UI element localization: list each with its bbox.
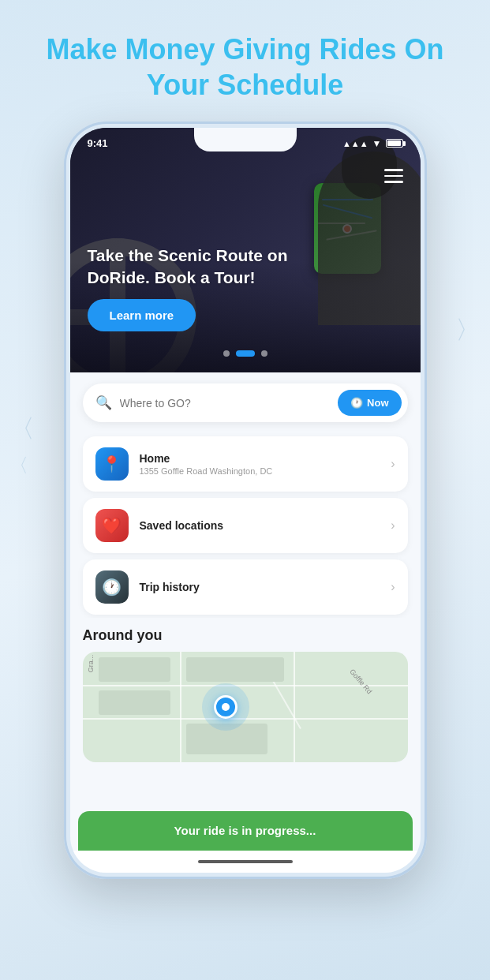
map-block-2: [99, 690, 170, 715]
around-section: Around you Gra... Goffle Rd: [70, 618, 421, 811]
hamburger-line-3: [384, 181, 403, 183]
location-indicator: [214, 695, 238, 719]
hamburger-menu[interactable]: [381, 166, 406, 186]
search-input[interactable]: [120, 397, 331, 410]
page-header: Make Money Giving Rides On Your Schedule: [6, 32, 483, 103]
learn-more-button[interactable]: Learn more: [88, 299, 196, 331]
map-block-3: [186, 657, 284, 682]
saved-icon-bg: ❤️: [95, 509, 129, 542]
battery-icon: [386, 139, 403, 148]
home-chevron-icon: ›: [391, 457, 395, 471]
saved-item-title: Saved locations: [140, 519, 380, 532]
history-icon-bg: 🕐: [95, 570, 129, 604]
home-location-icon: 📍: [102, 454, 122, 473]
hero-title: Take the Scenic Route on DoRide. Book a …: [88, 245, 326, 288]
map-block-1: [99, 657, 170, 682]
side-deco-left: 〈 〈: [9, 412, 35, 478]
home-list-item[interactable]: 📍 Home 1355 Goffle Road Washington, DC ›: [83, 436, 408, 492]
list-section: 📍 Home 1355 Goffle Road Washington, DC ›…: [70, 433, 421, 618]
home-indicator: [70, 851, 421, 873]
search-icon: 🔍: [95, 395, 112, 411]
search-section: 🔍 🕐 Now: [70, 372, 421, 433]
trip-history-list-item[interactable]: 🕐 Trip history ›: [83, 559, 408, 615]
home-bar: [198, 860, 293, 863]
dot-2-active[interactable]: [236, 350, 255, 357]
home-item-text: Home 1355 Goffle Road Washington, DC: [140, 452, 380, 476]
map-container[interactable]: Gra... Goffle Rd: [83, 652, 408, 762]
home-item-subtitle: 1355 Goffle Road Washington, DC: [140, 466, 380, 476]
home-item-title: Home: [140, 452, 380, 465]
hamburger-line-2: [384, 175, 403, 178]
dot-3[interactable]: [261, 350, 267, 357]
ride-progress-text: Your ride is in progress...: [174, 824, 316, 837]
map-road-v2: [294, 652, 295, 762]
signal-icon: ▲▲▲: [342, 139, 368, 148]
heart-icon: ❤️: [102, 516, 122, 535]
status-time: 9:41: [88, 137, 108, 149]
wifi-icon: ▼: [372, 138, 382, 149]
history-clock-icon: 🕐: [102, 578, 122, 597]
page-title: Make Money Giving Rides On Your Schedule: [46, 32, 443, 103]
map-label-1: Gra...: [87, 655, 95, 673]
hero-banner: Take the Scenic Route on DoRide. Book a …: [70, 128, 421, 372]
around-title: Around you: [83, 627, 408, 644]
map-label-2: Goffle Rd: [348, 668, 373, 695]
saved-item-text: Saved locations: [140, 519, 380, 532]
ride-progress-bar[interactable]: Your ride is in progress...: [78, 811, 413, 851]
search-bar: 🔍 🕐 Now: [83, 383, 408, 422]
home-icon-bg: 📍: [95, 447, 129, 481]
history-chevron-icon: ›: [391, 580, 395, 594]
phone-screen: 9:41 ▲▲▲ ▼: [70, 128, 421, 873]
history-item-title: Trip history: [140, 581, 380, 593]
side-deco-right: 〉: [455, 313, 481, 348]
carousel-dots: [223, 350, 267, 357]
hamburger-line-1: [384, 169, 403, 171]
phone-frame: 9:41 ▲▲▲ ▼: [64, 122, 427, 879]
now-button[interactable]: 🕐 Now: [338, 390, 401, 416]
dot-1[interactable]: [223, 350, 230, 357]
hero-content: Take the Scenic Route on DoRide. Book a …: [88, 245, 326, 331]
clock-icon: 🕐: [350, 397, 363, 409]
map-road-v1: [180, 652, 181, 762]
saved-locations-list-item[interactable]: ❤️ Saved locations ›: [83, 498, 408, 553]
saved-chevron-icon: ›: [391, 518, 395, 533]
notch: [194, 128, 297, 151]
status-icons: ▲▲▲ ▼: [342, 138, 403, 149]
history-item-text: Trip history: [140, 581, 380, 593]
